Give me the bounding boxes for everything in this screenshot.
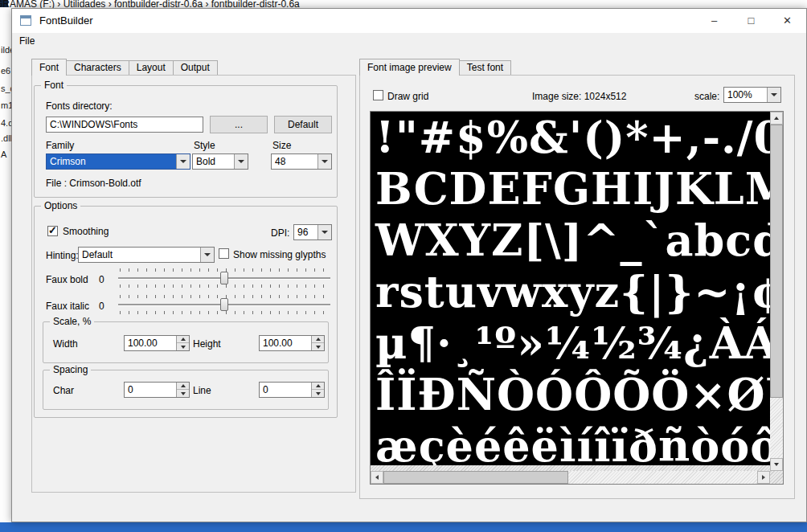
- show-missing-checkbox[interactable]: [219, 248, 229, 259]
- horizontal-scrollbar[interactable]: [371, 471, 770, 484]
- spin-up-icon[interactable]: [177, 383, 189, 390]
- faux-italic-slider[interactable]: [117, 294, 332, 315]
- family-label: Family: [46, 140, 74, 151]
- hinting-select[interactable]: Default: [78, 247, 215, 263]
- image-size-label: Image size: 1024x512: [532, 91, 626, 102]
- dpi-selected-value: 96: [297, 225, 317, 239]
- titlebar[interactable]: FontBuilder – □ ✕: [12, 9, 806, 33]
- window-title: FontBuilder: [39, 9, 92, 33]
- spin-down-icon[interactable]: [177, 343, 189, 350]
- slider-ticks: [120, 284, 330, 288]
- font-group: Font Fonts directory: ... Default Family…: [34, 85, 338, 198]
- spin-down-icon[interactable]: [312, 343, 324, 350]
- spinner-buttons: [311, 383, 324, 397]
- spin-up-icon[interactable]: [312, 383, 324, 390]
- height-value: 100.00: [263, 336, 310, 350]
- vertical-scrollbar[interactable]: [770, 112, 783, 471]
- size-label: Size: [272, 140, 291, 151]
- spinner-buttons: [176, 336, 189, 350]
- preview-scale-value: 100%: [727, 88, 766, 102]
- scroll-up-icon[interactable]: [770, 112, 783, 125]
- browse-button[interactable]: ...: [210, 116, 268, 133]
- faux-bold-slider-handle[interactable]: [220, 272, 228, 284]
- fonts-directory-label: Fonts directory:: [46, 100, 113, 112]
- spinner-buttons: [311, 336, 324, 350]
- style-select[interactable]: Bold: [192, 153, 248, 170]
- scrollbar-thumb[interactable]: [770, 125, 783, 398]
- style-label: Style: [194, 140, 215, 151]
- smoothing-label: Smoothing: [63, 226, 109, 237]
- file-list-item[interactable]: .dll: [1, 133, 12, 143]
- show-missing-label: Show missing glypths: [233, 249, 326, 260]
- spin-down-icon[interactable]: [177, 390, 189, 397]
- hinting-selected-value: Default: [82, 248, 199, 262]
- smoothing-checkbox[interactable]: [47, 226, 58, 236]
- height-spinbox[interactable]: 100.00: [259, 335, 325, 351]
- style-selected-value: Bold: [196, 154, 233, 169]
- preview-tab-pane: Draw grid Image size: 1024x512 scale: 10…: [359, 75, 795, 499]
- scroll-right-icon[interactable]: [757, 471, 770, 484]
- tab-test-font[interactable]: Test font: [459, 60, 511, 75]
- spin-up-icon[interactable]: [312, 336, 324, 343]
- app-icon: [20, 15, 31, 26]
- menu-file[interactable]: File: [12, 33, 42, 50]
- char-spinbox[interactable]: 0: [124, 382, 190, 398]
- line-value: 0: [263, 383, 310, 397]
- glyph-row: rstuvwxyz{|}~¡¢£: [371, 266, 770, 317]
- slider-ticks: [120, 311, 330, 314]
- font-file-label: File : Crimson-Bold.otf: [46, 178, 141, 189]
- line-spinbox[interactable]: 0: [259, 382, 325, 398]
- width-label: Width: [53, 338, 78, 350]
- tab-font[interactable]: Font: [31, 59, 67, 76]
- minimize-button[interactable]: –: [696, 9, 732, 32]
- draw-grid-checkbox[interactable]: [373, 90, 383, 100]
- width-spinbox[interactable]: 100.00: [124, 335, 190, 351]
- width-value: 100.00: [128, 336, 175, 350]
- fonts-directory-input[interactable]: [46, 117, 203, 133]
- font-group-title: Font: [41, 80, 67, 91]
- menubar: File: [12, 33, 806, 50]
- chevron-down-icon[interactable]: [767, 88, 780, 102]
- chevron-down-icon[interactable]: [176, 154, 190, 169]
- char-label: Char: [53, 385, 74, 396]
- faux-bold-label: Faux bold: [46, 274, 88, 285]
- chevron-down-icon[interactable]: [200, 248, 214, 262]
- preview-scroll-area: !"#$%&'()*+,-./012 BCDEFGHIJKLM WXYZ[\]^…: [370, 111, 784, 485]
- scale-group-title: Scale, %: [50, 316, 94, 327]
- scroll-left-icon[interactable]: [371, 471, 383, 484]
- glyph-row: æçèéêëìíîïðñòóôõ: [371, 420, 770, 465]
- scroll-down-icon[interactable]: [770, 458, 783, 471]
- close-button[interactable]: ✕: [769, 9, 805, 32]
- taskbar-strip: [0, 522, 807, 532]
- chevron-down-icon[interactable]: [234, 154, 248, 169]
- scrollbar-thumb[interactable]: [383, 471, 568, 484]
- desktop: GRAMAS (F:) › Utilidades › fontbuilder-d…: [0, 0, 807, 532]
- preview-scale-select[interactable]: 100%: [723, 87, 781, 103]
- spacing-group: Spacing Char 0 Line 0: [43, 370, 329, 410]
- options-group: Options Smoothing DPI: 96 Hinting: Defau…: [34, 206, 338, 418]
- tab-output[interactable]: Output: [173, 60, 218, 75]
- spin-up-icon[interactable]: [177, 336, 189, 343]
- size-select[interactable]: 48: [271, 153, 332, 170]
- file-list-item[interactable]: A: [1, 149, 6, 159]
- font-image-preview: !"#$%&'()*+,-./012 BCDEFGHIJKLM WXYZ[\]^…: [371, 112, 770, 465]
- faux-italic-value: 0: [99, 301, 104, 312]
- dpi-select[interactable]: 96: [293, 224, 332, 240]
- char-value: 0: [128, 383, 175, 397]
- family-select[interactable]: Crimson: [46, 153, 190, 170]
- chevron-down-icon[interactable]: [317, 225, 331, 239]
- tab-layout[interactable]: Layout: [129, 60, 174, 75]
- chevron-down-icon[interactable]: [317, 154, 331, 169]
- faux-italic-slider-handle[interactable]: [220, 298, 228, 311]
- spinner-buttons: [176, 383, 189, 397]
- tab-font-image-preview[interactable]: Font image preview: [359, 59, 460, 76]
- maximize-button[interactable]: □: [733, 9, 769, 32]
- size-selected-value: 48: [275, 154, 317, 169]
- hinting-label: Hinting:: [46, 250, 79, 261]
- default-button[interactable]: Default: [274, 116, 332, 133]
- fontbuilder-window: FontBuilder – □ ✕ File Font Characters L…: [11, 8, 807, 522]
- spin-down-icon[interactable]: [312, 390, 324, 397]
- faux-bold-slider[interactable]: [117, 268, 332, 289]
- left-tab-bar: Font Characters Layout Output: [31, 58, 217, 75]
- tab-characters[interactable]: Characters: [66, 60, 129, 75]
